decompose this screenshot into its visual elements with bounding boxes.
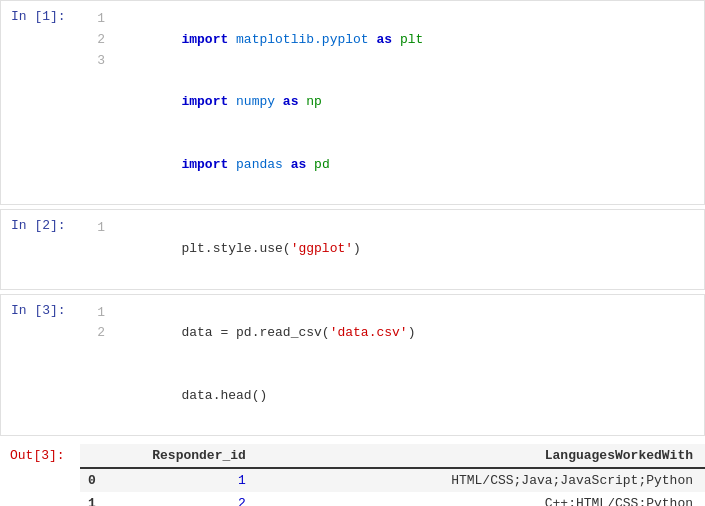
line-num-1-3: 3 [97,51,105,72]
module-numpy: numpy [228,94,283,109]
cell-2-linenos: 1 [81,210,109,288]
string-ggplot: 'ggplot' [291,241,353,256]
code-line-2-1: plt.style.use('ggplot') [119,218,694,280]
cell-2-label: In [2]: [1,210,81,288]
code-line-3-1: data = pd.read_csv('data.csv') [119,303,694,365]
code-data-head: data.head() [181,388,267,403]
output-label: Out[3]: [0,440,80,506]
cell-3-code: data = pd.read_csv('data.csv') data.head… [109,295,704,436]
cell-3-label: In [3]: [1,295,81,436]
line-num-3-1: 1 [97,303,105,324]
keyword-as-3: as [291,157,307,172]
alias-pd: pd [314,157,330,172]
module-pandas: pandas [228,157,290,172]
paren-close-2: ) [353,241,361,256]
code-read-csv: data = pd.read_csv( [181,325,329,340]
notebook: In [1]: 1 2 3 import matplotlib.pyplot a… [0,0,705,506]
dataframe-table: Responder_id LanguagesWorkedWith 01HTML/… [80,444,705,506]
line-num-1-1: 1 [97,9,105,30]
output-cell-3: Out[3]: Responder_id LanguagesWorkedWith… [0,440,705,506]
alias-plt: plt [400,32,423,47]
code-line-3-2: data.head() [119,365,694,427]
cell-idx-0: 0 [80,468,115,492]
keyword-import-3: import [181,157,228,172]
cell-2-code: plt.style.use('ggplot') [109,210,704,288]
cell-1-linenos: 1 2 3 [81,1,109,204]
cell-1[interactable]: In [1]: 1 2 3 import matplotlib.pyplot a… [0,0,705,205]
cell-languages-1: C++;HTML/CSS;Python [258,492,705,506]
cell-3-linenos: 1 2 [81,295,109,436]
header-languages: LanguagesWorkedWith [258,444,705,468]
table-row: 01HTML/CSS;Java;JavaScript;Python [80,468,705,492]
line-num-1-2: 2 [97,30,105,51]
cell-responder-id-0: 1 [115,468,258,492]
cell-2[interactable]: In [2]: 1 plt.style.use('ggplot') [0,209,705,289]
string-data-csv: 'data.csv' [330,325,408,340]
module-matplotlib: matplotlib.pyplot [228,32,376,47]
space-1 [392,32,400,47]
cell-languages-0: HTML/CSS;Java;JavaScript;Python [258,468,705,492]
code-line-1-3: import pandas as pd [119,134,694,196]
code-plt-style: plt.style.use( [181,241,290,256]
keyword-import-2: import [181,94,228,109]
cell-3[interactable]: In [3]: 1 2 data = pd.read_csv('data.csv… [0,294,705,437]
table-row: 12C++;HTML/CSS;Python [80,492,705,506]
keyword-import-1: import [181,32,228,47]
code-line-1-1: import matplotlib.pyplot as plt [119,9,694,71]
line-num-3-2: 2 [97,323,105,344]
paren-close-3: ) [408,325,416,340]
output-content: Responder_id LanguagesWorkedWith 01HTML/… [80,440,705,506]
space-3 [306,157,314,172]
code-line-1-2: import numpy as np [119,71,694,133]
cell-responder-id-1: 2 [115,492,258,506]
cell-1-code: import matplotlib.pyplot as plt import n… [109,1,704,204]
table-header-row: Responder_id LanguagesWorkedWith [80,444,705,468]
cell-idx-1: 1 [80,492,115,506]
header-responder-id: Responder_id [115,444,258,468]
alias-np: np [306,94,322,109]
header-idx [80,444,115,468]
line-num-2-1: 1 [97,218,105,239]
cell-1-label: In [1]: [1,1,81,204]
keyword-as-1: as [376,32,392,47]
keyword-as-2: as [283,94,299,109]
